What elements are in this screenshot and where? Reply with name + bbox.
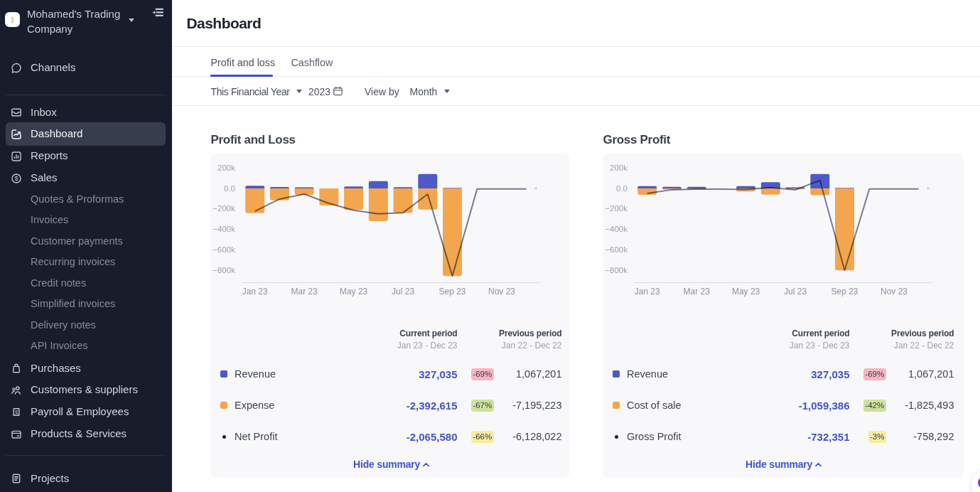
svg-text:−600k: −600k — [212, 245, 235, 254]
svg-text:$: $ — [14, 175, 18, 182]
svg-text:May 23: May 23 — [732, 287, 760, 296]
svg-text:200k: 200k — [610, 164, 628, 172]
svg-text:−600k: −600k — [605, 245, 628, 254]
svg-text:0.0: 0.0 — [616, 184, 628, 193]
svg-text:−400k: −400k — [605, 225, 628, 233]
svg-text:−200k: −200k — [605, 204, 628, 213]
svg-text:Mar 23: Mar 23 — [291, 287, 318, 296]
svg-text:Sep 23: Sep 23 — [831, 287, 858, 296]
svg-text:−800k: −800k — [605, 266, 628, 274]
svg-text:Sep 23: Sep 23 — [438, 287, 465, 296]
svg-text:−800k: −800k — [212, 266, 235, 274]
svg-text:Nov 23: Nov 23 — [488, 287, 515, 296]
svg-text:Jul 23: Jul 23 — [784, 287, 807, 296]
svg-text:May 23: May 23 — [340, 287, 368, 296]
svg-text:Nov 23: Nov 23 — [881, 287, 908, 296]
svg-text:Mar 23: Mar 23 — [684, 287, 711, 296]
svg-text:−200k: −200k — [212, 204, 235, 213]
svg-text:Jul 23: Jul 23 — [392, 287, 414, 296]
svg-text:$: $ — [14, 408, 18, 415]
svg-text:0.0: 0.0 — [224, 184, 235, 193]
svg-text:200k: 200k — [217, 164, 235, 172]
svg-text:Jan 23: Jan 23 — [635, 287, 660, 296]
svg-text:−400k: −400k — [212, 225, 235, 233]
svg-text:Jan 23: Jan 23 — [242, 287, 268, 296]
